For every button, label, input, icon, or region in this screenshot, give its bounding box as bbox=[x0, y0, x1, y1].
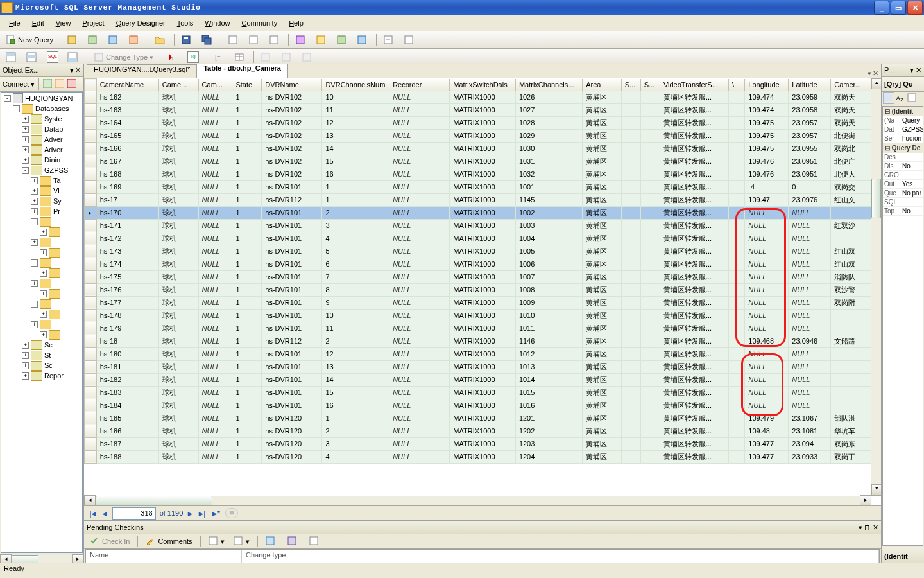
cell[interactable]: 黄埔区转发服... bbox=[660, 180, 728, 193]
cell[interactable]: MATRIX1000 bbox=[450, 373, 516, 386]
cell[interactable] bbox=[640, 232, 660, 245]
cell[interactable]: 1145 bbox=[515, 193, 582, 206]
column-header[interactable]: Recorder bbox=[389, 79, 450, 91]
cell[interactable]: 华坑车 bbox=[831, 425, 871, 437]
expand-icon[interactable]: + bbox=[31, 280, 38, 287]
cell[interactable]: 23.0951 bbox=[789, 168, 831, 180]
cell[interactable]: 16 bbox=[322, 399, 389, 412]
cell[interactable]: 109.475 bbox=[745, 116, 789, 129]
column-header[interactable]: Latitude bbox=[789, 79, 831, 91]
cell[interactable]: 黄埔区转发服... bbox=[660, 129, 728, 142]
expand-icon[interactable]: + bbox=[40, 290, 47, 297]
filter-icon[interactable] bbox=[55, 79, 65, 89]
cell[interactable]: NULL bbox=[389, 437, 450, 450]
expand-icon[interactable]: + bbox=[22, 116, 29, 123]
cell[interactable]: 1014 bbox=[515, 373, 582, 386]
cell[interactable]: 黄埔区转发服... bbox=[660, 91, 728, 103]
expand-icon[interactable]: + bbox=[22, 342, 29, 349]
cell[interactable] bbox=[621, 155, 640, 168]
cell[interactable]: 黄埔区 bbox=[583, 91, 621, 103]
cell[interactable] bbox=[729, 450, 745, 463]
cell[interactable]: 23.0957 bbox=[789, 116, 831, 129]
tree-sub-5[interactable]: + bbox=[1, 319, 82, 329]
cell[interactable] bbox=[621, 232, 640, 245]
expand-icon[interactable]: + bbox=[40, 270, 47, 277]
cell[interactable]: 3 bbox=[322, 437, 389, 450]
cell[interactable]: 1028 bbox=[515, 116, 582, 129]
cell[interactable]: 109.475 bbox=[745, 129, 789, 142]
cell[interactable]: hs-DVR101 bbox=[262, 206, 322, 219]
cell[interactable]: hs-DVR102 bbox=[262, 142, 322, 155]
menu-community[interactable]: Community bbox=[237, 19, 283, 28]
cell[interactable]: 23.1067 bbox=[789, 412, 831, 425]
cell[interactable]: MATRIX1000 bbox=[450, 450, 516, 463]
cell[interactable]: 23.0955 bbox=[789, 142, 831, 155]
cell[interactable]: 1 bbox=[232, 193, 262, 206]
cell[interactable]: 球机 bbox=[158, 425, 198, 437]
cell[interactable]: 球机 bbox=[158, 232, 198, 245]
cell[interactable] bbox=[729, 360, 745, 373]
cell[interactable]: 1 bbox=[232, 142, 262, 155]
expand-icon[interactable]: - bbox=[13, 105, 20, 112]
tree-db-5[interactable]: +Dinin bbox=[1, 155, 82, 165]
cell[interactable]: NULL bbox=[745, 322, 789, 335]
sql-pane-button[interactable]: SQL bbox=[44, 49, 63, 65]
cell[interactable]: 0 bbox=[789, 180, 831, 193]
cell[interactable]: NULL bbox=[389, 258, 450, 270]
cell[interactable]: 1015 bbox=[515, 386, 582, 399]
cell[interactable]: hs-DVR102 bbox=[262, 168, 322, 180]
cell[interactable] bbox=[729, 386, 745, 399]
table-row[interactable]: hs-168球机NULL1hs-DVR10216NULLMATRIX100010… bbox=[85, 168, 871, 180]
cell[interactable]: 黄埔区 bbox=[583, 142, 621, 155]
cell[interactable]: MATRIX1000 bbox=[450, 91, 516, 103]
table-row[interactable]: hs-186球机NULL1hs-DVR1202NULLMATRIX1000120… bbox=[85, 425, 871, 437]
cell[interactable]: NULL bbox=[198, 245, 232, 258]
cell[interactable]: MATRIX1000 bbox=[450, 180, 516, 193]
cell[interactable]: NULL bbox=[789, 270, 831, 283]
menu-window[interactable]: Window bbox=[200, 19, 235, 28]
cell[interactable]: hs-178 bbox=[96, 309, 158, 322]
row-header[interactable] bbox=[85, 116, 97, 129]
tree-databases[interactable]: -Databases bbox=[1, 103, 82, 114]
cell[interactable]: NULL bbox=[198, 232, 232, 245]
cell[interactable]: 109.477 bbox=[745, 450, 789, 463]
cell[interactable]: hs-DVR101 bbox=[262, 373, 322, 386]
row-header[interactable] bbox=[85, 322, 97, 335]
cell[interactable] bbox=[729, 335, 745, 347]
cell[interactable]: 1 bbox=[232, 399, 262, 412]
cell[interactable] bbox=[729, 309, 745, 322]
cell[interactable]: 黄埔区转发服... bbox=[660, 373, 728, 386]
cell[interactable] bbox=[640, 245, 660, 258]
cell[interactable] bbox=[640, 309, 660, 322]
cell[interactable]: 23.0946 bbox=[789, 335, 831, 347]
row-header[interactable] bbox=[85, 129, 97, 142]
cell[interactable] bbox=[831, 386, 871, 399]
row-header[interactable] bbox=[85, 450, 97, 463]
cell[interactable]: 1008 bbox=[515, 283, 582, 296]
cell[interactable]: 黄埔区转发服... bbox=[660, 399, 728, 412]
cell[interactable] bbox=[729, 245, 745, 258]
cell[interactable] bbox=[729, 193, 745, 206]
cell[interactable] bbox=[621, 168, 640, 180]
cell[interactable]: 1 bbox=[232, 270, 262, 283]
cell[interactable]: 黄埔区转发服... bbox=[660, 412, 728, 425]
cell[interactable]: NULL bbox=[789, 296, 831, 309]
cell[interactable]: 1 bbox=[232, 347, 262, 360]
row-header[interactable] bbox=[85, 425, 97, 437]
diagram-pane-button[interactable] bbox=[3, 49, 22, 65]
cell[interactable] bbox=[621, 129, 640, 142]
cell[interactable]: 黄埔区 bbox=[583, 258, 621, 270]
cell[interactable] bbox=[729, 347, 745, 360]
cell[interactable]: hs-169 bbox=[96, 180, 158, 193]
cell[interactable] bbox=[640, 206, 660, 219]
cell[interactable]: 文船路 bbox=[831, 335, 871, 347]
cell[interactable]: 1 bbox=[232, 116, 262, 129]
cell[interactable]: NULL bbox=[198, 258, 232, 270]
cell[interactable]: NULL bbox=[789, 347, 831, 360]
table-row[interactable]: hs-182球机NULL1hs-DVR10114NULLMATRIX100010… bbox=[85, 373, 871, 386]
tb-btn-i[interactable] bbox=[400, 32, 420, 48]
cell[interactable]: NULL bbox=[389, 450, 450, 463]
cell[interactable]: 13 bbox=[322, 360, 389, 373]
tb-btn-d[interactable] bbox=[292, 32, 311, 48]
column-header[interactable]: Longitude bbox=[745, 79, 789, 91]
